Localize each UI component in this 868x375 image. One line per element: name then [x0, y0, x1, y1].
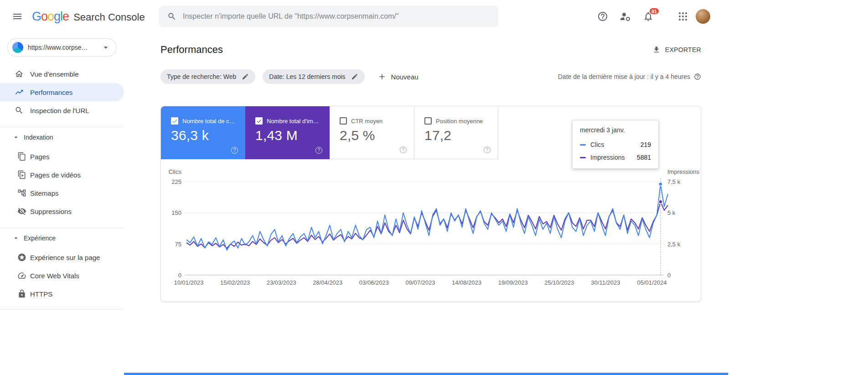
sidebar-item-label: Performances [30, 89, 72, 96]
chart-tooltip: mercredi 3 janv. Clics 219 Impressions 5… [572, 120, 659, 169]
sidebar-item-label: Suppressions [30, 208, 72, 215]
checkbox-checked[interactable] [171, 117, 178, 125]
property-selector[interactable]: https://www.corpse… [7, 38, 117, 57]
svg-text:2,5 k: 2,5 k [667, 241, 681, 248]
svg-text:14/08/2023: 14/08/2023 [452, 279, 481, 286]
metric-card-avg-ctr[interactable]: CTR moyen 2,5 % ? [330, 106, 414, 159]
account-avatar[interactable] [696, 9, 710, 24]
sidebar-item-https[interactable]: HTTPS [0, 285, 124, 303]
metric-card-total-clicks[interactable]: Nombre total de c… 36,3 k ? [161, 106, 245, 159]
svg-text:09/07/2023: 09/07/2023 [405, 279, 435, 286]
metric-value: 2,5 % [340, 128, 414, 143]
tooltip-value: 219 [641, 141, 651, 148]
sidebar-item-pages[interactable]: Pages [0, 147, 124, 166]
filter-chip-label: Type de recherche: Web [167, 73, 236, 80]
clicks-legend-dash [580, 144, 586, 146]
checkbox-unchecked[interactable] [424, 117, 432, 125]
filter-chip-date-range[interactable]: Date: Les 12 derniers mois [263, 69, 364, 84]
performance-card: Nombre total de c… 36,3 k ? Nombre total… [160, 106, 701, 302]
metric-label: CTR moyen [351, 118, 382, 125]
eye-off-icon [17, 207, 26, 216]
user-settings-button[interactable] [620, 11, 631, 22]
last-update-text: Date de la dernière mise à jour : il y a… [558, 73, 690, 80]
svg-text:03/06/2023: 03/06/2023 [359, 279, 389, 286]
sidebar-section-experience[interactable]: Expérience [0, 228, 124, 248]
sidebar-item-suppressions[interactable]: Suppressions [0, 202, 124, 220]
main-content: Performances EXPORTER Type de recherche:… [124, 33, 735, 302]
impressions-legend-dash [580, 157, 586, 158]
svg-text:75: 75 [175, 241, 181, 248]
export-button[interactable]: EXPORTER [652, 46, 701, 54]
logo-letter: o [41, 10, 47, 24]
help-circle-icon[interactable]: ? [315, 147, 322, 154]
sidebar-nav: Vue d'ensemble Performances Inspection d… [0, 65, 124, 310]
svg-text:225: 225 [171, 178, 181, 185]
filter-chip-search-type[interactable]: Type de recherche: Web [160, 69, 255, 84]
sidebar-item-performances[interactable]: Performances [0, 83, 124, 101]
help-circle-icon[interactable]: ? [231, 147, 238, 154]
apps-grid-icon [677, 11, 688, 22]
export-button-label: EXPORTER [665, 46, 701, 53]
checkbox-unchecked[interactable] [340, 117, 347, 125]
checkbox-checked[interactable] [255, 117, 263, 125]
search-console-logo[interactable]: G o o g l e Search Console [32, 10, 145, 24]
sidebar-item-pages-videos[interactable]: Pages de vidéos [0, 166, 124, 184]
search-icon [15, 106, 24, 115]
performance-chart[interactable]: 00752,5 k1505 k2257,5 kClicsImpressions1… [161, 159, 702, 302]
svg-text:19/09/2023: 19/09/2023 [498, 279, 528, 286]
url-inspection-input[interactable] [183, 12, 490, 21]
sidebar-item-vue-densemble[interactable]: Vue d'ensemble [0, 65, 124, 83]
sidebar-item-sitemaps[interactable]: Sitemaps [0, 184, 124, 202]
edit-pencil-icon [242, 73, 249, 80]
plus-icon [377, 72, 387, 81]
tooltip-row-impressions: Impressions 5881 [580, 151, 651, 164]
speed-gauge-icon [17, 271, 26, 280]
section-label: Indexation [24, 134, 53, 141]
metric-card-avg-position[interactable]: Position moyenne 17,2 ? [414, 106, 498, 159]
sidebar-item-experience-page[interactable]: Expérience sur la page [0, 248, 124, 266]
performance-icon [15, 88, 24, 97]
header-actions: 81 [597, 0, 710, 33]
svg-text:Clics: Clics [169, 168, 182, 175]
property-label: https://www.corpse… [28, 44, 96, 51]
pages-icon [17, 152, 26, 161]
home-icon [15, 69, 24, 78]
help-circle-icon[interactable] [694, 73, 701, 80]
svg-text:15/02/2023: 15/02/2023 [220, 279, 250, 286]
sidebar-item-label: HTTPS [30, 290, 52, 298]
sidebar-item-inspection-url[interactable]: Inspection de l'URL [0, 101, 124, 120]
help-circle-icon[interactable]: ? [400, 146, 407, 153]
google-apps-button[interactable] [677, 11, 688, 22]
tooltip-label: Impressions [590, 154, 632, 161]
svg-text:25/10/2023: 25/10/2023 [544, 279, 574, 286]
edit-pencil-icon [351, 73, 358, 80]
sidebar-item-label: Sitemaps [30, 189, 59, 197]
svg-text:05/01/2024: 05/01/2024 [637, 279, 666, 286]
logo-letter: G [32, 10, 41, 24]
user-settings-icon [620, 11, 631, 22]
tooltip-date: mercredi 3 janv. [580, 126, 651, 134]
hamburger-menu-button[interactable] [6, 5, 28, 27]
sidebar-item-core-web-vitals[interactable]: Core Web Vitals [0, 266, 124, 285]
svg-text:23/03/2023: 23/03/2023 [267, 279, 296, 286]
sidebar: https://www.corpse… Vue d'ensemble Perfo… [0, 33, 124, 375]
tooltip-row-clicks: Clics 219 [580, 138, 651, 151]
url-inspection-search-bar[interactable] [159, 6, 498, 27]
metric-card-total-impressions[interactable]: Nombre total d'im… 1,43 M ? [245, 106, 330, 159]
logo-letter: o [47, 10, 54, 24]
chevron-down-icon [12, 133, 20, 141]
download-icon [652, 46, 661, 54]
sidebar-section-indexation[interactable]: Indexation [0, 127, 124, 147]
new-filter-button[interactable]: Nouveau [377, 72, 418, 81]
help-button[interactable] [597, 11, 608, 22]
sidebar-item-label: Pages de vidéos [30, 171, 81, 179]
notification-count-badge: 81 [649, 7, 660, 15]
page-experience-icon [17, 253, 26, 262]
metric-label: Nombre total de c… [182, 118, 235, 125]
help-circle-icon[interactable]: ? [484, 146, 491, 153]
notifications-button[interactable]: 81 [643, 11, 654, 22]
svg-text:28/04/2023: 28/04/2023 [313, 279, 342, 286]
property-favicon [12, 42, 23, 53]
logo-product-name: Search Console [73, 11, 145, 23]
help-icon [597, 11, 608, 22]
